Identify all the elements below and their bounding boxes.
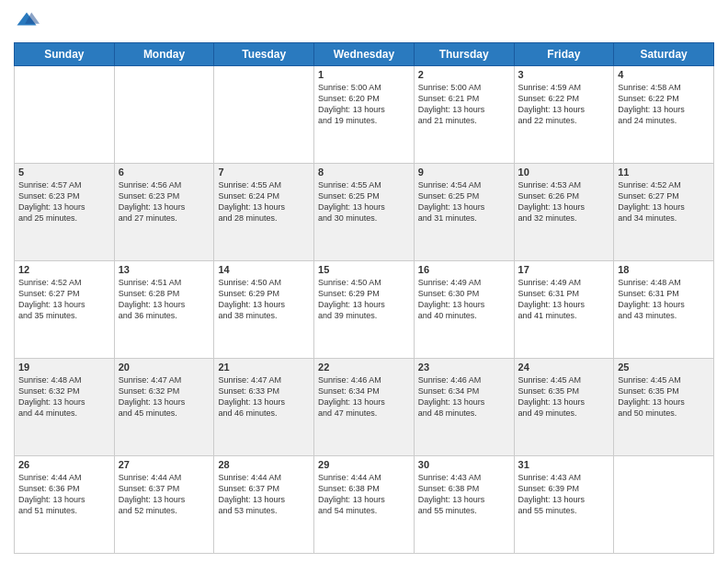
day-info: Sunrise: 4:43 AM Sunset: 6:38 PM Dayligh… — [418, 472, 510, 517]
day-info: Sunrise: 4:56 AM Sunset: 6:23 PM Dayligh… — [119, 179, 210, 224]
calendar-cell: 24Sunrise: 4:45 AM Sunset: 6:35 PM Dayli… — [514, 359, 614, 456]
day-number: 25 — [618, 362, 710, 373]
logo — [14, 9, 43, 35]
calendar-cell: 17Sunrise: 4:49 AM Sunset: 6:31 PM Dayli… — [514, 261, 614, 359]
weekday-header-friday: Friday — [514, 43, 614, 66]
day-number: 31 — [518, 459, 610, 470]
calendar-table: SundayMondayTuesdayWednesdayThursdayFrid… — [14, 42, 714, 554]
day-number: 6 — [119, 167, 210, 178]
day-info: Sunrise: 4:45 AM Sunset: 6:35 PM Dayligh… — [618, 374, 710, 419]
calendar-cell — [114, 66, 214, 164]
calendar-cell: 19Sunrise: 4:48 AM Sunset: 6:32 PM Dayli… — [15, 359, 115, 456]
calendar-cell: 2Sunrise: 5:00 AM Sunset: 6:21 PM Daylig… — [414, 66, 514, 164]
calendar-cell: 21Sunrise: 4:47 AM Sunset: 6:33 PM Dayli… — [214, 359, 314, 456]
page: SundayMondayTuesdayWednesdayThursdayFrid… — [0, 0, 728, 563]
day-number: 30 — [418, 459, 510, 470]
day-info: Sunrise: 4:48 AM Sunset: 6:32 PM Dayligh… — [18, 374, 110, 419]
calendar-cell: 8Sunrise: 4:55 AM Sunset: 6:25 PM Daylig… — [314, 164, 415, 261]
day-number: 7 — [218, 167, 310, 178]
day-info: Sunrise: 4:50 AM Sunset: 6:29 PM Dayligh… — [218, 277, 310, 322]
day-info: Sunrise: 4:58 AM Sunset: 6:22 PM Dayligh… — [618, 82, 710, 127]
calendar-cell: 13Sunrise: 4:51 AM Sunset: 6:28 PM Dayli… — [114, 261, 214, 359]
calendar-week-4: 19Sunrise: 4:48 AM Sunset: 6:32 PM Dayli… — [15, 359, 714, 456]
day-info: Sunrise: 4:43 AM Sunset: 6:39 PM Dayligh… — [518, 472, 610, 517]
day-number: 17 — [518, 264, 610, 275]
day-info: Sunrise: 4:44 AM Sunset: 6:36 PM Dayligh… — [18, 472, 110, 517]
weekday-header-thursday: Thursday — [414, 43, 514, 66]
weekday-header-sunday: Sunday — [15, 43, 115, 66]
weekday-header-tuesday: Tuesday — [214, 43, 314, 66]
calendar-cell: 16Sunrise: 4:49 AM Sunset: 6:30 PM Dayli… — [414, 261, 514, 359]
day-number: 8 — [318, 167, 410, 178]
day-number: 22 — [318, 362, 410, 373]
day-number: 29 — [318, 459, 410, 470]
day-number: 27 — [119, 459, 210, 470]
day-info: Sunrise: 4:44 AM Sunset: 6:38 PM Dayligh… — [318, 472, 410, 517]
calendar-cell: 23Sunrise: 4:46 AM Sunset: 6:34 PM Dayli… — [414, 359, 514, 456]
day-info: Sunrise: 4:54 AM Sunset: 6:25 PM Dayligh… — [418, 179, 510, 224]
day-info: Sunrise: 4:49 AM Sunset: 6:30 PM Dayligh… — [418, 277, 510, 322]
day-number: 13 — [119, 264, 210, 275]
day-info: Sunrise: 4:52 AM Sunset: 6:27 PM Dayligh… — [618, 179, 710, 224]
calendar-cell: 3Sunrise: 4:59 AM Sunset: 6:22 PM Daylig… — [514, 66, 614, 164]
calendar-cell: 6Sunrise: 4:56 AM Sunset: 6:23 PM Daylig… — [114, 164, 214, 261]
calendar-week-1: 1Sunrise: 5:00 AM Sunset: 6:20 PM Daylig… — [15, 66, 714, 164]
day-number: 4 — [618, 69, 710, 80]
day-number: 16 — [418, 264, 510, 275]
day-number: 1 — [318, 69, 410, 80]
day-info: Sunrise: 4:46 AM Sunset: 6:34 PM Dayligh… — [418, 374, 510, 419]
calendar-cell: 31Sunrise: 4:43 AM Sunset: 6:39 PM Dayli… — [514, 456, 614, 554]
calendar-cell: 1Sunrise: 5:00 AM Sunset: 6:20 PM Daylig… — [314, 66, 415, 164]
day-info: Sunrise: 4:47 AM Sunset: 6:33 PM Dayligh… — [218, 374, 310, 419]
calendar-cell: 29Sunrise: 4:44 AM Sunset: 6:38 PM Dayli… — [314, 456, 415, 554]
calendar-cell: 18Sunrise: 4:48 AM Sunset: 6:31 PM Dayli… — [614, 261, 714, 359]
day-number: 3 — [518, 69, 610, 80]
day-info: Sunrise: 4:59 AM Sunset: 6:22 PM Dayligh… — [518, 82, 610, 127]
weekday-header-saturday: Saturday — [614, 43, 714, 66]
calendar-cell: 25Sunrise: 4:45 AM Sunset: 6:35 PM Dayli… — [614, 359, 714, 456]
calendar-cell: 5Sunrise: 4:57 AM Sunset: 6:23 PM Daylig… — [15, 164, 115, 261]
calendar-cell: 22Sunrise: 4:46 AM Sunset: 6:34 PM Dayli… — [314, 359, 415, 456]
logo-icon — [14, 9, 40, 35]
calendar-cell — [614, 456, 714, 554]
calendar-cell: 28Sunrise: 4:44 AM Sunset: 6:37 PM Dayli… — [214, 456, 314, 554]
day-info: Sunrise: 4:55 AM Sunset: 6:24 PM Dayligh… — [218, 179, 310, 224]
day-info: Sunrise: 4:46 AM Sunset: 6:34 PM Dayligh… — [318, 374, 410, 419]
calendar-week-5: 26Sunrise: 4:44 AM Sunset: 6:36 PM Dayli… — [15, 456, 714, 554]
day-info: Sunrise: 4:51 AM Sunset: 6:28 PM Dayligh… — [119, 277, 210, 322]
day-info: Sunrise: 4:45 AM Sunset: 6:35 PM Dayligh… — [518, 374, 610, 419]
calendar-week-3: 12Sunrise: 4:52 AM Sunset: 6:27 PM Dayli… — [15, 261, 714, 359]
day-info: Sunrise: 5:00 AM Sunset: 6:21 PM Dayligh… — [418, 82, 510, 127]
header — [14, 9, 714, 35]
day-info: Sunrise: 4:53 AM Sunset: 6:26 PM Dayligh… — [518, 179, 610, 224]
calendar-cell: 30Sunrise: 4:43 AM Sunset: 6:38 PM Dayli… — [414, 456, 514, 554]
day-number: 20 — [119, 362, 210, 373]
day-number: 9 — [418, 167, 510, 178]
day-info: Sunrise: 4:44 AM Sunset: 6:37 PM Dayligh… — [218, 472, 310, 517]
day-number: 19 — [18, 362, 110, 373]
calendar-cell — [214, 66, 314, 164]
day-number: 14 — [218, 264, 310, 275]
day-number: 28 — [218, 459, 310, 470]
day-info: Sunrise: 4:50 AM Sunset: 6:29 PM Dayligh… — [318, 277, 410, 322]
weekday-header-wednesday: Wednesday — [314, 43, 415, 66]
calendar-week-2: 5Sunrise: 4:57 AM Sunset: 6:23 PM Daylig… — [15, 164, 714, 261]
day-number: 10 — [518, 167, 610, 178]
day-number: 5 — [18, 167, 110, 178]
day-info: Sunrise: 4:57 AM Sunset: 6:23 PM Dayligh… — [18, 179, 110, 224]
day-number: 11 — [618, 167, 710, 178]
day-info: Sunrise: 4:47 AM Sunset: 6:32 PM Dayligh… — [119, 374, 210, 419]
day-number: 23 — [418, 362, 510, 373]
calendar-cell: 26Sunrise: 4:44 AM Sunset: 6:36 PM Dayli… — [15, 456, 115, 554]
weekday-header-row: SundayMondayTuesdayWednesdayThursdayFrid… — [15, 43, 714, 66]
calendar-cell: 27Sunrise: 4:44 AM Sunset: 6:37 PM Dayli… — [114, 456, 214, 554]
day-info: Sunrise: 4:48 AM Sunset: 6:31 PM Dayligh… — [618, 277, 710, 322]
day-info: Sunrise: 4:49 AM Sunset: 6:31 PM Dayligh… — [518, 277, 610, 322]
calendar-cell: 10Sunrise: 4:53 AM Sunset: 6:26 PM Dayli… — [514, 164, 614, 261]
day-info: Sunrise: 4:52 AM Sunset: 6:27 PM Dayligh… — [18, 277, 110, 322]
calendar-cell — [15, 66, 115, 164]
day-info: Sunrise: 5:00 AM Sunset: 6:20 PM Dayligh… — [318, 82, 410, 127]
day-info: Sunrise: 4:44 AM Sunset: 6:37 PM Dayligh… — [119, 472, 210, 517]
calendar-cell: 20Sunrise: 4:47 AM Sunset: 6:32 PM Dayli… — [114, 359, 214, 456]
day-number: 26 — [18, 459, 110, 470]
